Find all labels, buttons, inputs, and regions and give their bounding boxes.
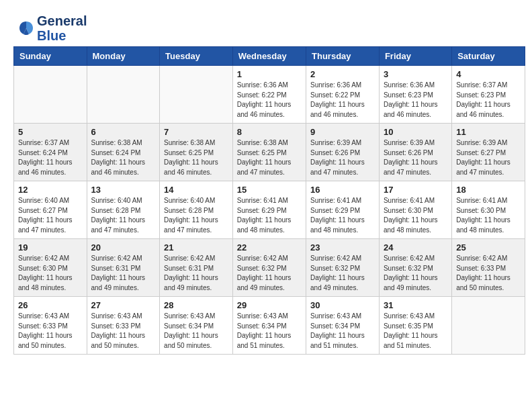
logo-icon xyxy=(17,19,36,38)
calendar-cell xyxy=(87,66,160,124)
calendar-cell: 7Sunrise: 6:38 AM Sunset: 6:25 PM Daylig… xyxy=(160,124,233,181)
calendar-cell: 12Sunrise: 6:40 AM Sunset: 6:27 PM Dayli… xyxy=(14,181,87,239)
calendar-cell: 23Sunrise: 6:42 AM Sunset: 6:32 PM Dayli… xyxy=(306,239,380,297)
weekday-header-wednesday: Wednesday xyxy=(232,47,306,66)
day-info: Sunrise: 6:41 AM Sunset: 6:30 PM Dayligh… xyxy=(456,196,521,235)
day-number: 29 xyxy=(237,300,302,310)
calendar-cell: 26Sunrise: 6:43 AM Sunset: 6:33 PM Dayli… xyxy=(14,297,87,355)
day-info: Sunrise: 6:42 AM Sunset: 6:32 PM Dayligh… xyxy=(310,254,375,293)
calendar-cell: 2Sunrise: 6:36 AM Sunset: 6:22 PM Daylig… xyxy=(306,66,380,124)
calendar-week-row: 19Sunrise: 6:42 AM Sunset: 6:30 PM Dayli… xyxy=(14,239,525,297)
calendar-cell: 20Sunrise: 6:42 AM Sunset: 6:31 PM Dayli… xyxy=(87,239,160,297)
day-info: Sunrise: 6:43 AM Sunset: 6:34 PM Dayligh… xyxy=(310,312,375,351)
day-number: 11 xyxy=(456,127,521,137)
calendar-week-row: 12Sunrise: 6:40 AM Sunset: 6:27 PM Dayli… xyxy=(14,181,525,239)
calendar-cell: 19Sunrise: 6:42 AM Sunset: 6:30 PM Dayli… xyxy=(14,239,87,297)
day-info: Sunrise: 6:43 AM Sunset: 6:33 PM Dayligh… xyxy=(91,312,156,351)
day-number: 30 xyxy=(310,300,375,310)
day-number: 24 xyxy=(384,242,447,253)
calendar-cell: 18Sunrise: 6:41 AM Sunset: 6:30 PM Dayli… xyxy=(452,181,525,239)
day-info: Sunrise: 6:39 AM Sunset: 6:26 PM Dayligh… xyxy=(310,138,375,177)
day-info: Sunrise: 6:40 AM Sunset: 6:27 PM Dayligh… xyxy=(18,196,83,235)
day-number: 15 xyxy=(237,185,302,195)
day-info: Sunrise: 6:38 AM Sunset: 6:24 PM Dayligh… xyxy=(91,138,156,177)
day-number: 6 xyxy=(91,127,156,137)
weekday-header-friday: Friday xyxy=(379,47,451,66)
day-info: Sunrise: 6:38 AM Sunset: 6:25 PM Dayligh… xyxy=(237,138,302,177)
day-info: Sunrise: 6:37 AM Sunset: 6:24 PM Dayligh… xyxy=(18,138,83,177)
day-number: 13 xyxy=(91,185,156,195)
weekday-header-thursday: Thursday xyxy=(306,47,380,66)
calendar-week-row: 26Sunrise: 6:43 AM Sunset: 6:33 PM Dayli… xyxy=(14,297,525,355)
calendar-week-row: 5Sunrise: 6:37 AM Sunset: 6:24 PM Daylig… xyxy=(14,124,525,181)
day-number: 23 xyxy=(310,242,375,253)
day-info: Sunrise: 6:38 AM Sunset: 6:25 PM Dayligh… xyxy=(164,138,228,177)
calendar-cell: 29Sunrise: 6:43 AM Sunset: 6:34 PM Dayli… xyxy=(232,297,306,355)
day-info: Sunrise: 6:36 AM Sunset: 6:22 PM Dayligh… xyxy=(310,81,375,120)
calendar-cell: 22Sunrise: 6:42 AM Sunset: 6:32 PM Dayli… xyxy=(232,239,306,297)
weekday-header-monday: Monday xyxy=(87,47,160,66)
calendar-cell: 17Sunrise: 6:41 AM Sunset: 6:30 PM Dayli… xyxy=(379,181,451,239)
calendar-cell: 28Sunrise: 6:43 AM Sunset: 6:34 PM Dayli… xyxy=(160,297,233,355)
weekday-header-row: SundayMondayTuesdayWednesdayThursdayFrid… xyxy=(14,47,525,66)
calendar-cell: 14Sunrise: 6:40 AM Sunset: 6:28 PM Dayli… xyxy=(160,181,233,239)
day-number: 7 xyxy=(164,127,228,137)
day-number: 17 xyxy=(384,185,447,195)
calendar-table: SundayMondayTuesdayWednesdayThursdayFrid… xyxy=(13,46,525,355)
day-info: Sunrise: 6:41 AM Sunset: 6:29 PM Dayligh… xyxy=(310,196,375,235)
day-number: 1 xyxy=(237,69,302,79)
day-number: 2 xyxy=(310,69,375,79)
calendar-cell: 27Sunrise: 6:43 AM Sunset: 6:33 PM Dayli… xyxy=(87,297,160,355)
day-number: 21 xyxy=(164,242,228,253)
day-number: 4 xyxy=(456,69,521,79)
calendar-cell: 16Sunrise: 6:41 AM Sunset: 6:29 PM Dayli… xyxy=(306,181,380,239)
day-info: Sunrise: 6:39 AM Sunset: 6:27 PM Dayligh… xyxy=(456,138,521,177)
day-number: 26 xyxy=(18,300,83,310)
day-number: 28 xyxy=(164,300,228,310)
weekday-header-saturday: Saturday xyxy=(452,47,525,66)
day-number: 20 xyxy=(91,242,156,253)
calendar-cell: 10Sunrise: 6:39 AM Sunset: 6:26 PM Dayli… xyxy=(379,124,451,181)
day-info: Sunrise: 6:40 AM Sunset: 6:28 PM Dayligh… xyxy=(164,196,228,235)
day-number: 22 xyxy=(237,242,302,253)
calendar-cell xyxy=(160,66,233,124)
calendar-cell: 11Sunrise: 6:39 AM Sunset: 6:27 PM Dayli… xyxy=(452,124,525,181)
day-info: Sunrise: 6:40 AM Sunset: 6:28 PM Dayligh… xyxy=(91,196,156,235)
day-number: 12 xyxy=(18,185,83,195)
weekday-header-sunday: Sunday xyxy=(14,47,87,66)
calendar-cell: 4Sunrise: 6:37 AM Sunset: 6:23 PM Daylig… xyxy=(452,66,525,124)
day-info: Sunrise: 6:41 AM Sunset: 6:29 PM Dayligh… xyxy=(237,196,302,235)
calendar-cell: 30Sunrise: 6:43 AM Sunset: 6:34 PM Dayli… xyxy=(306,297,380,355)
calendar-cell: 15Sunrise: 6:41 AM Sunset: 6:29 PM Dayli… xyxy=(232,181,306,239)
calendar-cell: 13Sunrise: 6:40 AM Sunset: 6:28 PM Dayli… xyxy=(87,181,160,239)
day-info: Sunrise: 6:42 AM Sunset: 6:32 PM Dayligh… xyxy=(384,254,447,293)
calendar-week-row: 1Sunrise: 6:36 AM Sunset: 6:22 PM Daylig… xyxy=(14,66,525,124)
weekday-header-tuesday: Tuesday xyxy=(160,47,233,66)
day-info: Sunrise: 6:39 AM Sunset: 6:26 PM Dayligh… xyxy=(384,138,447,177)
calendar-cell: 24Sunrise: 6:42 AM Sunset: 6:32 PM Dayli… xyxy=(379,239,451,297)
day-number: 5 xyxy=(18,127,83,137)
day-number: 14 xyxy=(164,185,228,195)
day-number: 18 xyxy=(456,185,521,195)
day-info: Sunrise: 6:43 AM Sunset: 6:35 PM Dayligh… xyxy=(384,312,447,351)
calendar-cell: 31Sunrise: 6:43 AM Sunset: 6:35 PM Dayli… xyxy=(379,297,451,355)
calendar-cell: 5Sunrise: 6:37 AM Sunset: 6:24 PM Daylig… xyxy=(14,124,87,181)
day-number: 9 xyxy=(310,127,375,137)
day-info: Sunrise: 6:41 AM Sunset: 6:30 PM Dayligh… xyxy=(384,196,447,235)
day-info: Sunrise: 6:42 AM Sunset: 6:31 PM Dayligh… xyxy=(164,254,228,293)
day-info: Sunrise: 6:36 AM Sunset: 6:23 PM Dayligh… xyxy=(384,81,447,120)
logo-text: General Blue xyxy=(37,13,87,43)
day-number: 8 xyxy=(237,127,302,137)
day-number: 16 xyxy=(310,185,375,195)
calendar-cell: 6Sunrise: 6:38 AM Sunset: 6:24 PM Daylig… xyxy=(87,124,160,181)
calendar-cell: 9Sunrise: 6:39 AM Sunset: 6:26 PM Daylig… xyxy=(306,124,380,181)
day-info: Sunrise: 6:43 AM Sunset: 6:33 PM Dayligh… xyxy=(18,312,83,351)
calendar-cell: 25Sunrise: 6:42 AM Sunset: 6:33 PM Dayli… xyxy=(452,239,525,297)
day-info: Sunrise: 6:42 AM Sunset: 6:33 PM Dayligh… xyxy=(456,254,521,293)
calendar-cell: 21Sunrise: 6:42 AM Sunset: 6:31 PM Dayli… xyxy=(160,239,233,297)
day-info: Sunrise: 6:43 AM Sunset: 6:34 PM Dayligh… xyxy=(164,312,228,351)
calendar-cell: 3Sunrise: 6:36 AM Sunset: 6:23 PM Daylig… xyxy=(379,66,451,124)
day-number: 19 xyxy=(18,242,83,253)
day-info: Sunrise: 6:36 AM Sunset: 6:22 PM Dayligh… xyxy=(237,81,302,120)
day-info: Sunrise: 6:42 AM Sunset: 6:30 PM Dayligh… xyxy=(18,254,83,293)
